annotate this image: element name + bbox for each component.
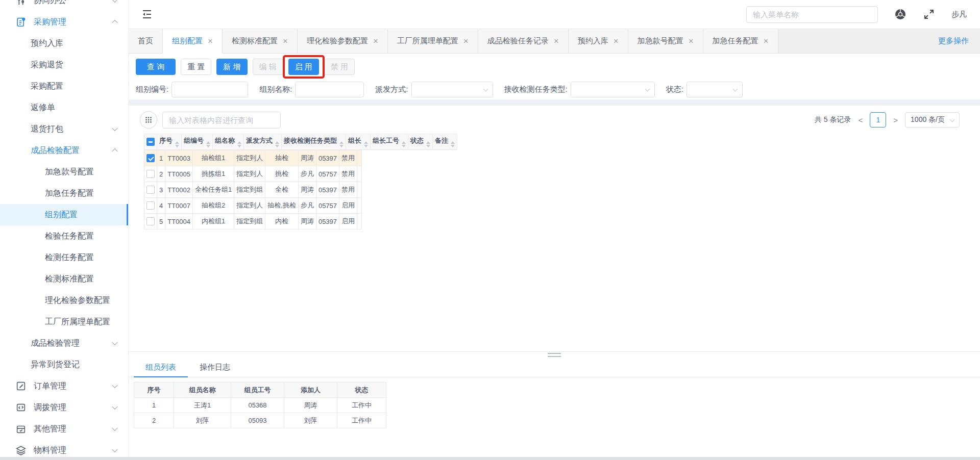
column-header[interactable]: 序号 — [157, 134, 182, 150]
tab-close-icon[interactable]: × — [689, 37, 694, 45]
sidebar-item[interactable]: 异常到货登记 — [0, 354, 128, 375]
sidebar-item[interactable]: 预约入库 — [0, 33, 128, 54]
tab[interactable]: 首页 — [129, 29, 163, 53]
table-search-input[interactable] — [162, 112, 281, 129]
sidebar-item[interactable]: 工厂所属理单配置 — [0, 311, 128, 333]
tab[interactable]: 检测标准配置× — [223, 29, 298, 53]
sidebar-item[interactable]: 成品检验配置 — [0, 140, 128, 161]
sidebar-item[interactable]: 退货打包 — [0, 118, 128, 140]
action-button[interactable]: 编 辑 — [253, 59, 283, 75]
row-checkbox[interactable] — [146, 217, 155, 225]
panel-splitter[interactable] — [129, 352, 980, 358]
sidebar-item[interactable]: 返修单 — [0, 97, 128, 118]
sidebar-item-label: 加急任务配置 — [45, 188, 94, 199]
table-cell: 指定到人 — [234, 166, 265, 182]
browser-icon[interactable] — [894, 8, 906, 20]
action-button[interactable]: 启 用 — [288, 59, 319, 75]
sidebar-item[interactable]: 检测任务配置 — [0, 247, 128, 268]
action-button[interactable]: 新 增 — [216, 59, 247, 75]
sidebar-item-label: 订单管理 — [34, 381, 66, 392]
column-header[interactable]: 组长工号 — [371, 134, 408, 150]
detail-tab[interactable]: 组员列表 — [134, 358, 188, 377]
column-header[interactable]: 备注 — [433, 134, 457, 150]
tab-close-icon[interactable]: × — [208, 37, 213, 45]
detail-tab[interactable]: 操作日志 — [188, 358, 242, 377]
sidebar-item[interactable]: 检验任务配置 — [0, 225, 128, 247]
sort-desc-icon — [364, 145, 368, 147]
filter-input[interactable] — [172, 82, 248, 97]
sidebar-item[interactable]: 订单管理 — [0, 375, 128, 397]
tab[interactable]: 工厂所属理单配置× — [388, 29, 478, 53]
sidebar-item-label: 物料管理 — [34, 445, 66, 456]
column-header[interactable]: 组名称 — [213, 134, 244, 150]
next-page-arrow[interactable]: > — [892, 116, 899, 124]
column-header-label: 组长 — [348, 137, 361, 144]
filter-select[interactable] — [411, 82, 493, 97]
sidebar-item[interactable]: 检测标准配置 — [0, 268, 128, 290]
sidebar-item[interactable]: 采购管理 — [0, 11, 128, 33]
filter-select[interactable] — [571, 82, 655, 97]
sidebar-item[interactable]: 采购配置 — [0, 75, 128, 97]
tab-close-icon[interactable]: × — [373, 37, 378, 45]
more-actions-link[interactable]: 更多操作 — [938, 29, 980, 53]
column-header[interactable]: 派发方式 — [244, 134, 282, 150]
select-all-checkbox[interactable] — [146, 138, 155, 146]
current-page[interactable]: 1 — [870, 112, 886, 127]
page-size-select[interactable]: 1000 条/页 — [905, 112, 960, 127]
tab[interactable]: 成品检验任务记录× — [478, 29, 569, 53]
tab-close-icon[interactable]: × — [463, 37, 469, 45]
sidebar-item[interactable]: 理化检验参数配置 — [0, 290, 128, 311]
filter-input[interactable] — [295, 82, 364, 97]
action-button[interactable]: 禁 用 — [324, 59, 355, 75]
tab-close-icon[interactable]: × — [614, 37, 619, 45]
tab[interactable]: 预约入库× — [569, 29, 628, 53]
column-settings-icon[interactable] — [140, 111, 157, 129]
sidebar-item[interactable]: 调拨管理 — [0, 397, 128, 418]
sort-asc-icon — [426, 141, 430, 144]
member-table-row[interactable]: 1王涛105368周涛工作中 — [134, 398, 386, 413]
sort-asc-icon — [175, 141, 179, 144]
username[interactable]: 步凡 — [951, 10, 967, 19]
filter-select[interactable] — [687, 82, 743, 97]
tab-close-icon[interactable]: × — [554, 37, 559, 45]
action-button[interactable]: 查 询 — [136, 59, 176, 75]
sidebar-item[interactable]: 采购退货 — [0, 54, 128, 75]
sidebar-item[interactable]: 成品检验管理 — [0, 333, 128, 354]
splitter-handle-icon[interactable] — [548, 353, 561, 357]
table-cell: 周涛 — [298, 214, 316, 229]
row-select-cell — [144, 182, 157, 198]
column-header[interactable]: 状态 — [408, 134, 433, 150]
sidebar-item[interactable]: 加急任务配置 — [0, 183, 128, 204]
tab-close-icon[interactable]: × — [764, 37, 769, 45]
table-row[interactable]: 2TT0005挑拣组1指定到人挑检步凡05757禁用 — [144, 166, 362, 182]
table-row[interactable]: 5TT0004内检组1指定到组内检周涛05397启用 — [144, 214, 362, 229]
sidebar-collapse-icon[interactable] — [141, 8, 153, 20]
sidebar-item[interactable]: 加急款号配置 — [0, 161, 128, 183]
table-row[interactable]: 4TT0007抽检组2指定到人抽检,挑检步凡05757启用 — [144, 198, 362, 214]
chevron-down-icon — [483, 87, 488, 92]
tab-close-icon[interactable]: × — [283, 37, 288, 45]
row-checkbox[interactable] — [146, 201, 155, 210]
column-header[interactable]: 组编号 — [182, 134, 213, 150]
tab[interactable]: 加急任务配置× — [703, 29, 778, 53]
tab[interactable]: 加急款号配置× — [628, 29, 703, 53]
sidebar-item[interactable]: 协同办公 — [0, 0, 128, 11]
row-checkbox[interactable] — [146, 186, 155, 194]
tab[interactable]: 理化检验参数配置× — [298, 29, 388, 53]
row-checkbox[interactable] — [146, 170, 155, 178]
member-table-row[interactable]: 2刘萍05093刘萍工作中 — [134, 413, 386, 428]
chevron-down-icon — [112, 447, 117, 452]
action-button[interactable]: 重 置 — [181, 59, 211, 75]
sidebar-item[interactable]: 其他管理 — [0, 418, 128, 440]
table-row[interactable]: 3TT0002全检任务组1指定到组全检周涛05397禁用 — [144, 182, 362, 198]
prev-page-arrow[interactable]: < — [857, 116, 864, 124]
fullscreen-icon[interactable] — [923, 8, 935, 20]
tab[interactable]: 组别配置× — [163, 29, 223, 54]
sidebar-item-label: 采购管理 — [34, 17, 66, 28]
row-checkbox[interactable] — [146, 154, 155, 162]
table-row[interactable]: 1TT0003抽检组1指定到人抽检周涛05397禁用 — [144, 150, 362, 166]
column-header[interactable]: 接收检测任务类型 — [282, 134, 346, 150]
menu-search-input[interactable] — [746, 6, 878, 23]
column-header[interactable]: 组长 — [346, 134, 371, 150]
sidebar-item[interactable]: 组别配置 — [0, 204, 128, 225]
